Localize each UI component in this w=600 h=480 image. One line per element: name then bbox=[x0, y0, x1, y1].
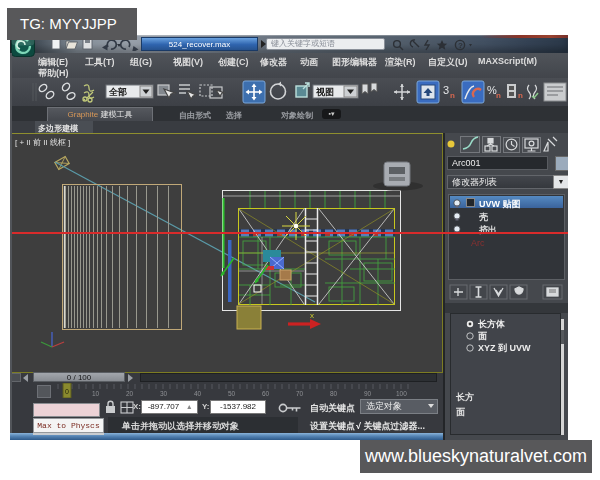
svg-text:n: n bbox=[450, 91, 455, 100]
svg-text:x: x bbox=[310, 311, 314, 320]
svg-text:3: 3 bbox=[443, 84, 449, 96]
svg-text:30: 30 bbox=[160, 390, 168, 397]
svg-text:40: 40 bbox=[194, 390, 202, 397]
svg-text:90: 90 bbox=[364, 390, 372, 397]
svg-text:[ + II 前 II 线框 ]: [ + II 前 II 线框 ] bbox=[15, 138, 70, 147]
svg-text:20: 20 bbox=[126, 390, 134, 397]
svg-text:80: 80 bbox=[330, 390, 338, 397]
svg-text:全部: 全部 bbox=[108, 87, 127, 97]
svg-text:0: 0 bbox=[65, 388, 69, 395]
svg-text:视图: 视图 bbox=[315, 87, 334, 97]
svg-text:?: ? bbox=[458, 41, 463, 50]
svg-text:n: n bbox=[518, 91, 523, 100]
svg-text:n: n bbox=[496, 91, 501, 100]
svg-text:60: 60 bbox=[262, 390, 270, 397]
svg-text:50: 50 bbox=[228, 390, 236, 397]
svg-text:70: 70 bbox=[296, 390, 304, 397]
svg-text:10: 10 bbox=[92, 390, 100, 397]
svg-text:100: 100 bbox=[396, 390, 407, 397]
